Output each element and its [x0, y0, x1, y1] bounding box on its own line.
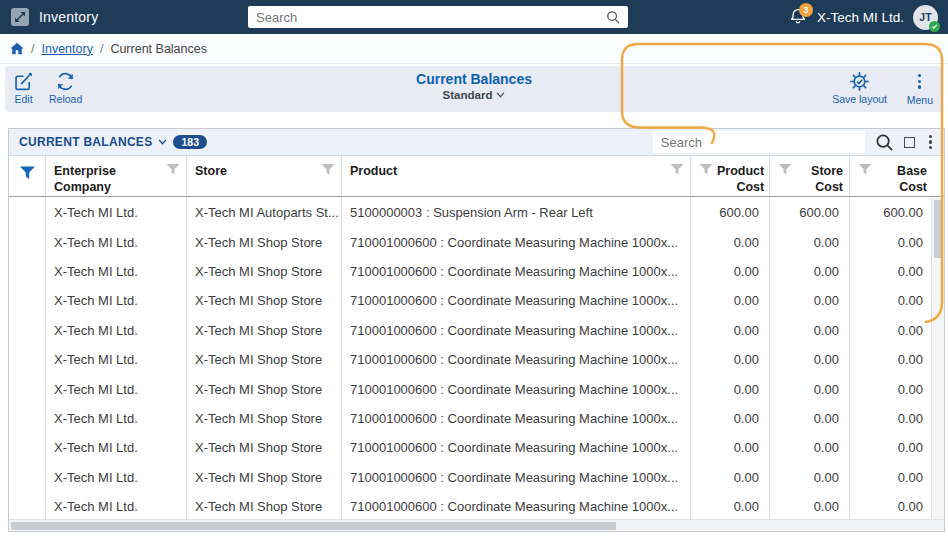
row-filter-cell: [9, 345, 46, 374]
row-filter-cell: [9, 316, 46, 345]
notifications-button[interactable]: 3: [788, 7, 808, 27]
status-check-icon: [929, 21, 940, 32]
filter-funnel-icon[interactable]: [858, 164, 872, 175]
cell-base-cost: 0.00: [850, 374, 933, 403]
global-search[interactable]: [248, 6, 628, 28]
transfer-arrows-icon: [14, 11, 26, 23]
cell-product: 710001000600 : Coordinate Measuring Mach…: [342, 404, 691, 433]
cell-product-cost: 0.00: [691, 404, 770, 433]
cell-base-cost: 0.00: [850, 492, 933, 521]
table-row[interactable]: X-Tech MI Ltd. X-Tech MI Autoparts St...…: [9, 198, 933, 227]
grid-search[interactable]: [653, 131, 865, 153]
menu-button[interactable]: Menu: [907, 71, 933, 106]
table-row[interactable]: X-Tech MI Ltd. X-Tech MI Shop Store 7100…: [9, 492, 933, 521]
filter-funnel-icon[interactable]: [670, 164, 684, 175]
table-row[interactable]: X-Tech MI Ltd. X-Tech MI Shop Store 7100…: [9, 404, 933, 433]
app-window: Inventory 3 X-Tech MI Ltd. JT: [0, 0, 948, 540]
cell-store: X-Tech MI Shop Store: [187, 492, 342, 521]
cell-store: X-Tech MI Shop Store: [187, 286, 342, 315]
cell-product: 710001000600 : Coordinate Measuring Mach…: [342, 227, 691, 256]
filter-funnel-icon[interactable]: [321, 164, 335, 175]
cell-product-cost: 0.00: [691, 463, 770, 492]
cell-store-cost: 0.00: [770, 492, 850, 521]
grid-header-actions: [653, 131, 944, 153]
row-filter-cell: [9, 374, 46, 403]
column-filter-button[interactable]: [9, 156, 46, 196]
view-selector-label: Standard: [443, 89, 493, 101]
vertical-scrollbar-thumb[interactable]: [934, 200, 943, 258]
table-row[interactable]: X-Tech MI Ltd. X-Tech MI Shop Store 7100…: [9, 286, 933, 315]
cell-product-cost: 0.00: [691, 257, 770, 286]
cell-store-cost: 0.00: [770, 374, 850, 403]
cell-product: 5100000003 : Suspension Arm - Rear Left: [342, 198, 691, 227]
cell-store: X-Tech MI Shop Store: [187, 345, 342, 374]
cell-store: X-Tech MI Shop Store: [187, 316, 342, 345]
app-logo-icon[interactable]: [11, 8, 29, 26]
horizontal-scrollbar-thumb[interactable]: [11, 522, 616, 530]
cell-product-cost: 0.00: [691, 433, 770, 462]
table-row[interactable]: X-Tech MI Ltd. X-Tech MI Shop Store 7100…: [9, 316, 933, 345]
cell-base-cost: 0.00: [850, 286, 933, 315]
grid-search-icon[interactable]: [875, 133, 894, 152]
horizontal-scrollbar[interactable]: [9, 519, 944, 531]
row-filter-cell: [9, 463, 46, 492]
top-bar-right: 3 X-Tech MI Ltd. JT: [788, 0, 938, 34]
row-filter-cell: [9, 433, 46, 462]
vertical-scrollbar[interactable]: [931, 198, 944, 521]
cell-store-cost: 0.00: [770, 345, 850, 374]
filter-funnel-icon[interactable]: [778, 164, 792, 175]
cell-store: X-Tech MI Autoparts St...: [187, 198, 342, 227]
cell-enterprise-company: X-Tech MI Ltd.: [46, 316, 187, 345]
cell-store-cost: 0.00: [770, 286, 850, 315]
cell-product: 710001000600 : Coordinate Measuring Mach…: [342, 345, 691, 374]
cell-product-cost: 0.00: [691, 374, 770, 403]
cell-store: X-Tech MI Shop Store: [187, 257, 342, 286]
cell-product-cost: 600.00: [691, 198, 770, 227]
avatar[interactable]: JT: [913, 5, 938, 30]
table-row[interactable]: X-Tech MI Ltd. X-Tech MI Shop Store 7100…: [9, 374, 933, 403]
cell-product: 710001000600 : Coordinate Measuring Mach…: [342, 463, 691, 492]
cell-store-cost: 0.00: [770, 257, 850, 286]
save-layout-gear-icon: [849, 71, 870, 92]
table-row[interactable]: X-Tech MI Ltd. X-Tech MI Shop Store 7100…: [9, 345, 933, 374]
cell-store: X-Tech MI Shop Store: [187, 227, 342, 256]
cell-store-cost: 0.00: [770, 404, 850, 433]
column-header-base-cost[interactable]: Base Cost: [850, 156, 933, 196]
column-header-product[interactable]: Product: [342, 156, 691, 196]
save-layout-button[interactable]: Save layout: [832, 71, 887, 105]
filter-funnel-icon[interactable]: [699, 164, 713, 175]
table-row[interactable]: X-Tech MI Ltd. X-Tech MI Shop Store 7100…: [9, 433, 933, 462]
column-header-product-cost[interactable]: Product Cost: [691, 156, 770, 196]
view-selector[interactable]: Standard: [443, 89, 506, 101]
company-name[interactable]: X-Tech MI Ltd.: [817, 10, 904, 25]
row-filter-cell: [9, 404, 46, 433]
save-layout-label: Save layout: [832, 93, 887, 105]
grid-title-dropdown[interactable]: CURRENT BALANCES 183: [9, 135, 207, 150]
table-column-headers: Enterprise Company Store Product Product…: [9, 156, 944, 197]
cell-base-cost: 600.00: [850, 198, 933, 227]
cell-enterprise-company: X-Tech MI Ltd.: [46, 404, 187, 433]
table-row[interactable]: X-Tech MI Ltd. X-Tech MI Shop Store 7100…: [9, 463, 933, 492]
cell-product: 710001000600 : Coordinate Measuring Mach…: [342, 374, 691, 403]
cell-base-cost: 0.00: [850, 463, 933, 492]
column-header-store[interactable]: Store: [187, 156, 342, 196]
filter-funnel-icon[interactable]: [166, 164, 180, 175]
global-search-input[interactable]: [248, 10, 606, 25]
cell-store-cost: 0.00: [770, 316, 850, 345]
row-filter-cell: [9, 257, 46, 286]
search-icon[interactable]: [606, 10, 621, 25]
column-header-enterprise-company[interactable]: Enterprise Company: [46, 156, 187, 196]
column-header-store-cost[interactable]: Store Cost: [770, 156, 850, 196]
grid-search-input[interactable]: [653, 135, 865, 150]
home-icon[interactable]: [10, 42, 24, 55]
maximize-icon[interactable]: [904, 137, 915, 148]
breadcrumb-link-inventory[interactable]: Inventory: [41, 42, 92, 56]
filter-funnel-active-icon: [19, 166, 36, 180]
table-row[interactable]: X-Tech MI Ltd. X-Tech MI Shop Store 7100…: [9, 227, 933, 256]
chevron-down-icon: [496, 92, 505, 98]
table-row[interactable]: X-Tech MI Ltd. X-Tech MI Shop Store 7100…: [9, 257, 933, 286]
cell-enterprise-company: X-Tech MI Ltd.: [46, 345, 187, 374]
cell-store: X-Tech MI Shop Store: [187, 463, 342, 492]
cell-product: 710001000600 : Coordinate Measuring Mach…: [342, 316, 691, 345]
grid-kebab-menu-icon[interactable]: [925, 133, 936, 152]
